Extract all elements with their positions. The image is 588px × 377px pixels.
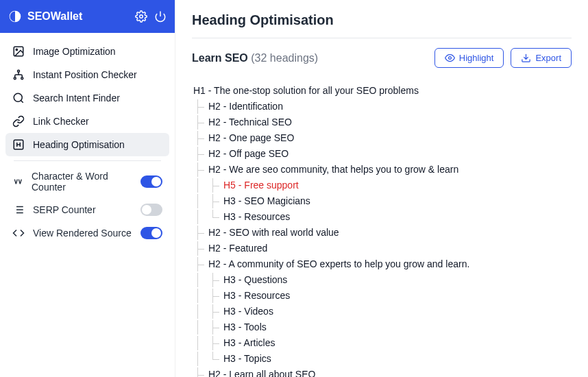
heading-label: H2 - Identification [207, 99, 283, 114]
heading-row: H3 - Topics [192, 351, 572, 367]
link-icon [12, 115, 25, 127]
divider [192, 38, 572, 38]
heading-row: H2 - SEO with real world value [192, 225, 572, 241]
sidebar-item-search-intent[interactable]: Search Intent Finder [5, 86, 169, 110]
button-group: Highlight Export [434, 48, 572, 68]
subtitle-label: Learn SEO [192, 52, 248, 64]
heading-label: H3 - Tools [222, 320, 267, 335]
sidebar-item-position-checker[interactable]: Instant Position Checker [5, 63, 169, 86]
svg-point-4 [16, 49, 17, 50]
svg-point-7 [21, 77, 23, 80]
heading-row: H1 - The one-stop solution for all your … [192, 83, 572, 99]
image-icon [12, 45, 25, 58]
sidebar-item-label: Search Intent Finder [33, 93, 120, 104]
highlight-button[interactable]: Highlight [434, 48, 504, 68]
counter-icon [12, 175, 23, 188]
brand: SEOWallet [8, 10, 82, 23]
heading-label: H3 - Questions [222, 273, 287, 287]
heading-row: H3 - Resources [192, 288, 572, 304]
svg-point-1 [140, 15, 143, 19]
heading-icon [12, 138, 25, 151]
heading-label: H3 - SEO Magicians [222, 194, 310, 208]
toggle-switch[interactable] [140, 175, 162, 188]
sidebar-item-link-checker[interactable]: Link Checker [5, 110, 169, 133]
heading-row: H2 - Identification [192, 99, 572, 114]
heading-row: H2 - We are seo community, that helps yo… [192, 162, 572, 178]
heading-label: H1 - The one-stop solution for all your … [192, 84, 419, 98]
heading-label: H3 - Topics [222, 352, 271, 366]
svg-point-6 [14, 77, 16, 80]
heading-row: H2 - Technical SEO [192, 114, 572, 130]
gear-icon[interactable] [135, 10, 147, 23]
heading-label: H5 - Free support [222, 178, 299, 193]
heading-row: H3 - Videos [192, 304, 572, 319]
nav: Image Optimization Instant Position Chec… [0, 33, 175, 252]
toggle-label: View Rendered Source [33, 228, 132, 239]
sidebar-item-label: Link Checker [33, 116, 89, 127]
divider [14, 160, 161, 161]
sidebar: SEOWallet Image Optimization Instant Pos… [0, 0, 175, 377]
heading-row: H3 - Articles [192, 335, 572, 351]
heading-row: H2 - A community of SEO experts to help … [192, 256, 572, 272]
subtitle-count: (32 headings) [251, 52, 318, 64]
heading-label: H3 - Resources [222, 210, 290, 224]
heading-label: H2 - Featured [207, 241, 267, 256]
toggle-label: Character & Word Counter [32, 171, 132, 193]
headings-tree: H1 - The one-stop solution for all your … [192, 83, 572, 377]
code-icon [12, 227, 25, 239]
sidebar-item-label: Heading Optimisation [33, 139, 125, 150]
download-icon [521, 53, 531, 63]
eye-icon [445, 53, 455, 63]
controls: Learn SEO (32 headings) Highlight Export [192, 48, 572, 68]
sidebar-toggle-serp: SERP Counter [5, 198, 169, 221]
page-title: Heading Optimisation [192, 12, 572, 28]
sidebar-toggle-rendered-source: View Rendered Source [5, 221, 169, 245]
list-icon [12, 204, 25, 216]
heading-label: H2 - Learn all about SEO [207, 367, 315, 377]
heading-row: H2 - Off page SEO [192, 146, 572, 162]
toggle-switch[interactable] [140, 227, 162, 239]
heading-row: H2 - Learn all about SEO [192, 367, 572, 377]
power-icon[interactable] [154, 10, 167, 23]
export-button[interactable]: Export [511, 48, 572, 68]
search-icon [12, 92, 25, 104]
svg-line-9 [21, 100, 23, 102]
svg-point-8 [14, 93, 22, 101]
heading-row: H2 - Featured [192, 241, 572, 256]
sidebar-toggle-char-word: Character & Word Counter [5, 165, 169, 198]
button-label: Highlight [459, 53, 494, 63]
sidebar-item-heading-optimisation[interactable]: Heading Optimisation [5, 133, 169, 156]
toggle-label: SERP Counter [33, 204, 96, 215]
logo-icon [8, 10, 22, 23]
heading-row: H5 - Free support [192, 178, 572, 193]
sitemap-icon [12, 69, 25, 81]
subheading: Learn SEO (32 headings) [192, 52, 318, 64]
heading-label: H2 - A community of SEO experts to help … [207, 257, 469, 271]
heading-label: H3 - Resources [222, 289, 290, 303]
heading-label: H2 - One page SEO [207, 131, 294, 145]
brand-label: SEOWallet [27, 10, 82, 23]
sidebar-item-label: Image Optimization [33, 46, 116, 57]
heading-row: H2 - One page SEO [192, 130, 572, 146]
sidebar-header: SEOWallet [0, 0, 175, 33]
button-label: Export [535, 53, 561, 63]
heading-label: H3 - Articles [222, 336, 275, 350]
svg-point-17 [448, 57, 451, 60]
heading-label: H2 - We are seo community, that helps yo… [207, 162, 458, 177]
sidebar-item-image-optimization[interactable]: Image Optimization [5, 40, 169, 63]
svg-point-5 [18, 70, 20, 72]
heading-label: H2 - SEO with real world value [207, 226, 339, 240]
sidebar-item-label: Instant Position Checker [33, 69, 137, 80]
heading-label: H3 - Videos [222, 304, 273, 319]
heading-row: H3 - Tools [192, 319, 572, 335]
heading-row: H3 - Questions [192, 272, 572, 288]
heading-label: H2 - Off page SEO [207, 147, 289, 161]
heading-row: H3 - Resources [192, 209, 572, 225]
main: Heading Optimisation Learn SEO (32 headi… [175, 0, 588, 377]
header-actions [135, 10, 167, 23]
heading-label: H2 - Technical SEO [207, 115, 292, 130]
toggle-switch[interactable] [140, 204, 162, 216]
heading-row: H3 - SEO Magicians [192, 193, 572, 209]
